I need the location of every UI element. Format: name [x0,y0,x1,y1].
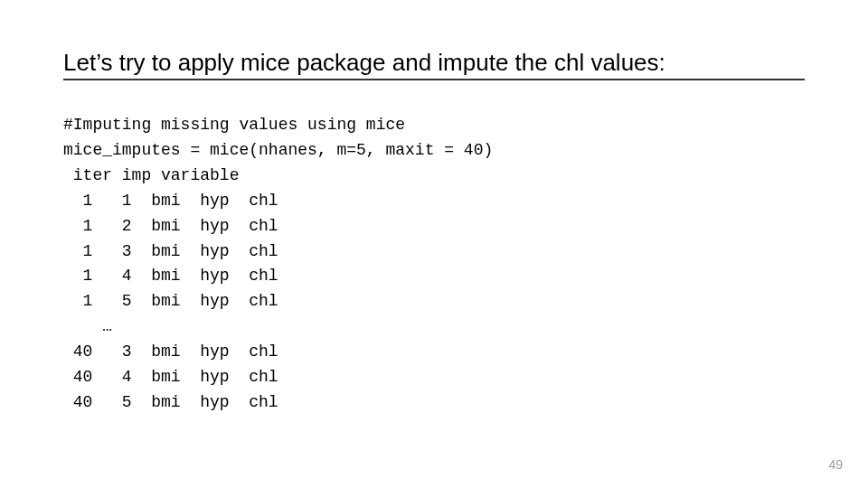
slide-title: Let’s try to apply mice package and impu… [63,49,805,77]
code-row: 1 4 bmi hyp chl [63,267,278,285]
code-comment: #Imputing missing values using mice [63,116,405,134]
code-call: mice_imputes = mice(nhanes, m=5, maxit =… [63,141,493,159]
slide: Let’s try to apply mice package and impu… [0,0,868,488]
code-row: 1 1 bmi hyp chl [63,192,278,210]
code-row: 1 5 bmi hyp chl [63,292,278,310]
code-row: 1 3 bmi hyp chl [63,242,278,260]
code-row: 40 5 bmi hyp chl [63,393,278,411]
code-header: iter imp variable [63,166,239,184]
code-row: 40 4 bmi hyp chl [63,368,278,386]
code-row: 40 3 bmi hyp chl [63,343,278,361]
code-ellipsis: … [63,317,112,335]
code-block: #Imputing missing values using mice mice… [63,88,805,416]
page-number: 49 [828,457,843,472]
title-underline [63,79,805,80]
code-row: 1 2 bmi hyp chl [63,217,278,235]
